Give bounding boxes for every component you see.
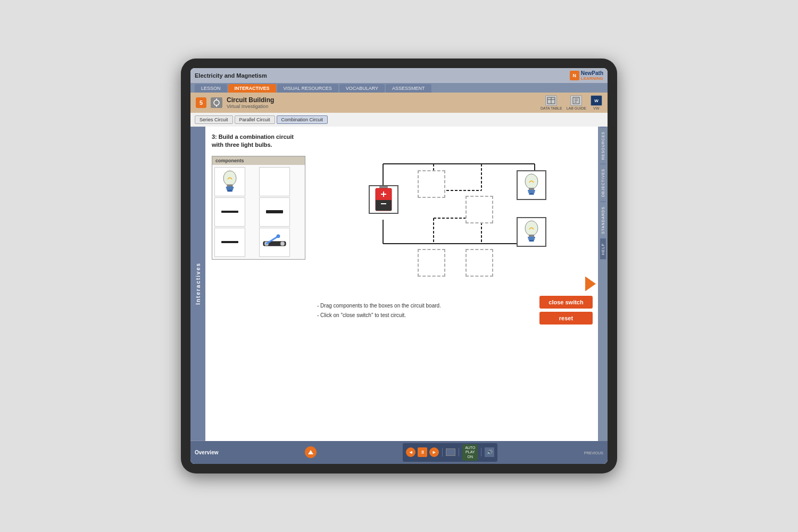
- component-wire-2[interactable]: [259, 197, 290, 227]
- vw-label: VW: [593, 106, 599, 110]
- component-empty-1: [259, 167, 290, 196]
- lab-guide-label: LAB GUIDE: [567, 106, 586, 110]
- lab-guide-btn[interactable]: LAB GUIDE: [567, 95, 586, 110]
- svg-rect-50: [529, 240, 534, 242]
- logo: N NewPath LEARNING: [570, 70, 603, 81]
- sub-tabs: Series Circuit Parallel Circuit Combinat…: [190, 113, 608, 127]
- placed-bulb-2-svg: [520, 219, 543, 245]
- right-sidebar: RESOURCES OBJECTIVES STANDARDS HELP: [598, 127, 608, 441]
- content-title: Circuit Building: [227, 96, 274, 104]
- content-header: 5 Circuit Building Virtual Investigation…: [190, 93, 608, 113]
- divider-3: [481, 448, 481, 456]
- tablet-device: Electricity and Magnetism N NewPath LEAR…: [181, 59, 617, 473]
- right-bulb-box: [517, 217, 546, 247]
- svg-point-0: [214, 100, 219, 105]
- wire-line-1: [221, 211, 238, 213]
- tablet-screen: Electricity and Magnetism N NewPath LEAR…: [190, 68, 608, 464]
- lab-guide-icon: [570, 95, 582, 106]
- tab-interactives[interactable]: INTERACTIVES: [228, 84, 276, 93]
- step-badge: 5: [196, 97, 206, 108]
- svg-point-10: [223, 171, 236, 186]
- wire-line-3: [221, 241, 238, 243]
- empty-box-1[interactable]: [418, 170, 445, 198]
- reset-button[interactable]: reset: [539, 312, 593, 325]
- divider-2: [459, 448, 459, 456]
- wire-line-2: [266, 210, 283, 213]
- svg-rect-49: [528, 238, 535, 240]
- tab-vocabulary[interactable]: VOCABULARY: [339, 84, 385, 93]
- pause-button[interactable]: ⏸: [418, 447, 427, 457]
- autoplay-up-btn[interactable]: [305, 446, 317, 458]
- progress-bar: [446, 448, 455, 456]
- content-header-left: 5 Circuit Building Virtual Investigation: [196, 96, 274, 109]
- battery-svg: [374, 186, 393, 213]
- header-tools: DATA TABLE LAB GUIDE W VW: [541, 95, 602, 110]
- sub-tab-series[interactable]: Series Circuit: [195, 115, 233, 124]
- sub-tab-combination[interactable]: Combination Circuit: [277, 115, 328, 124]
- component-wire-1[interactable]: [214, 197, 245, 227]
- overview-text: Overview: [195, 450, 218, 455]
- data-table-btn[interactable]: DATA TABLE: [541, 95, 562, 110]
- bottom-controls: [305, 446, 317, 458]
- circuit-lower-area: - Drag components to the boxes on the ci…: [317, 296, 593, 325]
- right-tab-standards[interactable]: STANDARDS: [600, 202, 606, 238]
- bottom-labels: PREVIOUS: [584, 450, 603, 455]
- circuit-buttons-col: close switch reset: [539, 296, 593, 325]
- content-subtitle: Virtual Investigation: [227, 104, 274, 109]
- svg-rect-45: [529, 193, 534, 195]
- right-tab-resources[interactable]: RESOURCES: [600, 127, 606, 164]
- sub-tab-parallel[interactable]: Parallel Circuit: [235, 115, 275, 124]
- component-switch[interactable]: [259, 228, 290, 257]
- vw-btn[interactable]: W VW: [591, 95, 602, 110]
- svg-rect-42: [529, 188, 534, 190]
- svg-rect-47: [529, 235, 534, 237]
- components-grid: [212, 165, 305, 259]
- interactives-sidebar: Interactives: [190, 127, 205, 441]
- tab-visual-resources[interactable]: VISUAL RESOURCES: [277, 84, 338, 93]
- volume-button[interactable]: 🔊: [485, 447, 494, 457]
- right-tab-help[interactable]: HELP: [600, 238, 606, 259]
- svg-rect-12: [226, 187, 234, 188]
- svg-rect-44: [528, 192, 535, 193]
- close-switch-button[interactable]: close switch: [539, 296, 593, 309]
- components-box: components: [212, 156, 305, 260]
- placed-bulb-1-svg: [520, 172, 543, 198]
- left-panel: 3: Build a combination circuit with thre…: [205, 127, 312, 441]
- vw-icon: W: [591, 95, 602, 106]
- svg-rect-48: [528, 237, 535, 238]
- next-button[interactable]: ►: [429, 447, 439, 457]
- divider-1: [442, 448, 443, 456]
- right-tab-objectives[interactable]: OBJECTIVES: [600, 164, 606, 202]
- empty-box-3[interactable]: [418, 249, 445, 277]
- data-table-label: DATA TABLE: [541, 106, 562, 110]
- nav-tabs: LESSON INTERACTIVES VISUAL RESOURCES VOC…: [190, 83, 608, 93]
- previous-label: PREVIOUS: [584, 451, 603, 455]
- instruction-text: 3: Build a combination circuit with thre…: [212, 133, 305, 149]
- logo-text: NewPath LEARNING: [581, 70, 603, 81]
- svg-point-20: [280, 242, 285, 246]
- data-table-icon: [545, 95, 557, 106]
- autoplay-group: AUTOPLAYON: [462, 444, 478, 461]
- svg-rect-43: [528, 190, 535, 192]
- tab-lesson[interactable]: LESSON: [195, 84, 227, 93]
- svg-point-41: [525, 174, 538, 189]
- svg-line-16: [235, 172, 236, 173]
- top-bulb-box: [517, 170, 546, 200]
- autoplay-button[interactable]: AUTOPLAYON: [462, 444, 478, 461]
- component-wire-3[interactable]: [214, 228, 245, 257]
- svg-rect-35: [379, 186, 388, 188]
- circuit-instructions: - Drag components to the boxes on the ci…: [317, 301, 529, 320]
- svg-point-46: [525, 221, 538, 236]
- circuit-instructions-col: - Drag components to the boxes on the ci…: [317, 296, 529, 325]
- svg-rect-37: [376, 200, 392, 211]
- svg-rect-13: [227, 188, 233, 190]
- component-bulb[interactable]: [214, 167, 245, 196]
- tab-assessment[interactable]: ASSESSMENT: [386, 84, 431, 93]
- empty-box-4[interactable]: [466, 249, 493, 277]
- app-header: Electricity and Magnetism N NewPath LEAR…: [190, 68, 608, 83]
- logo-icon: N: [570, 71, 579, 80]
- battery-box: [369, 185, 398, 214]
- prev-button[interactable]: ◄: [406, 447, 415, 457]
- empty-box-2[interactable]: [466, 196, 493, 223]
- circuit-board: [354, 132, 556, 292]
